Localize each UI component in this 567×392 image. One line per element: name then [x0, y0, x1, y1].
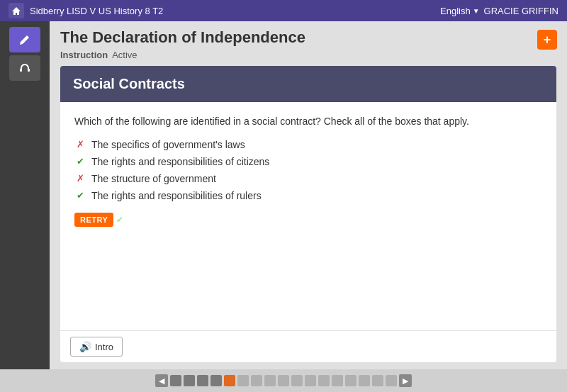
retry-label: RETRY [80, 215, 108, 224]
content-area: The Declaration of Independence Instruct… [50, 21, 567, 369]
wrong-icon-1: ✗ [74, 139, 86, 150]
page-dot-16[interactable] [372, 375, 383, 386]
page-dot-1[interactable] [170, 375, 181, 386]
svg-marker-0 [12, 7, 21, 15]
answer-text-4: The rights and responsibilities of ruler… [91, 190, 262, 201]
page-dot-7[interactable] [251, 375, 262, 386]
intro-button[interactable]: 🔊 Intro [70, 337, 123, 357]
intro-label: Intro [95, 342, 113, 352]
page-dot-11[interactable] [305, 375, 316, 386]
answer-text-2: The rights and responsibilities of citiz… [91, 156, 269, 167]
answer-item-1: ✗ The specifics of government's laws [74, 139, 542, 150]
page-dot-5[interactable] [224, 375, 235, 386]
page-dot-4[interactable] [210, 375, 222, 386]
answer-item-4: ✔ The rights and responsibilities of rul… [74, 190, 542, 201]
plus-button[interactable]: + [537, 30, 557, 50]
page-dot-15[interactable] [359, 375, 370, 386]
correct-icon-4: ✔ [74, 190, 86, 201]
page-dot-8[interactable] [264, 375, 276, 386]
card-header: Social Contracts [60, 66, 556, 102]
main-card: Social Contracts Which of the following … [60, 66, 556, 362]
answer-list: ✗ The specifics of government's laws ✔ T… [74, 139, 542, 201]
headphone-tool-button[interactable] [9, 55, 40, 81]
breadcrumb-instruction: Instruction [60, 50, 108, 60]
wrong-icon-3: ✗ [74, 173, 86, 184]
answer-text-1: The specifics of government's laws [91, 139, 245, 150]
page-dot-14[interactable] [345, 375, 357, 386]
question-text: Which of the following are identified in… [74, 115, 542, 129]
language-label: English [440, 6, 471, 16]
page-dot-3[interactable] [197, 375, 208, 386]
page-dot-2[interactable] [184, 375, 195, 386]
page-dot-6[interactable] [237, 375, 249, 386]
pencil-tool-button[interactable] [9, 27, 40, 52]
svg-rect-2 [28, 69, 30, 72]
breadcrumb: Instruction Active [60, 50, 556, 60]
speaker-icon: 🔊 [79, 341, 91, 352]
retry-button[interactable]: RETRY [74, 213, 113, 227]
svg-rect-1 [20, 69, 22, 72]
prev-page-button[interactable]: ◀ [155, 374, 168, 387]
card-footer: 🔊 Intro [60, 330, 556, 362]
page-dot-17[interactable] [386, 375, 397, 386]
correct-icon-2: ✔ [74, 156, 86, 167]
language-selector[interactable]: English ▼ [440, 6, 480, 16]
page-dot-13[interactable] [332, 375, 343, 386]
plus-icon: + [544, 33, 551, 47]
page-title: The Declaration of Independence [60, 28, 556, 47]
user-name: GRACIE GRIFFIN [484, 6, 558, 16]
left-sidebar [0, 21, 50, 369]
top-bar: Sidberry LISD V US History 8 T2 English … [0, 0, 567, 21]
pagination-bar: ◀ ▶ 5 of 17 [0, 369, 567, 392]
course-title: Sidberry LISD V US History 8 T2 [30, 6, 163, 16]
chevron-down-icon: ▼ [473, 7, 480, 15]
retry-check-icon: ✔ [116, 215, 123, 225]
answer-item-3: ✗ The structure of government [74, 173, 542, 184]
breadcrumb-active: Active [112, 50, 137, 60]
card-section-title: Social Contracts [73, 76, 544, 92]
next-page-button[interactable]: ▶ [399, 374, 412, 387]
answer-text-3: The structure of government [91, 173, 216, 184]
home-icon[interactable] [9, 3, 24, 18]
page-dot-10[interactable] [291, 375, 303, 386]
answer-item-2: ✔ The rights and responsibilities of cit… [74, 156, 542, 167]
page-dot-9[interactable] [278, 375, 289, 386]
page-dot-12[interactable] [318, 375, 330, 386]
card-body: Which of the following are identified in… [60, 102, 556, 330]
